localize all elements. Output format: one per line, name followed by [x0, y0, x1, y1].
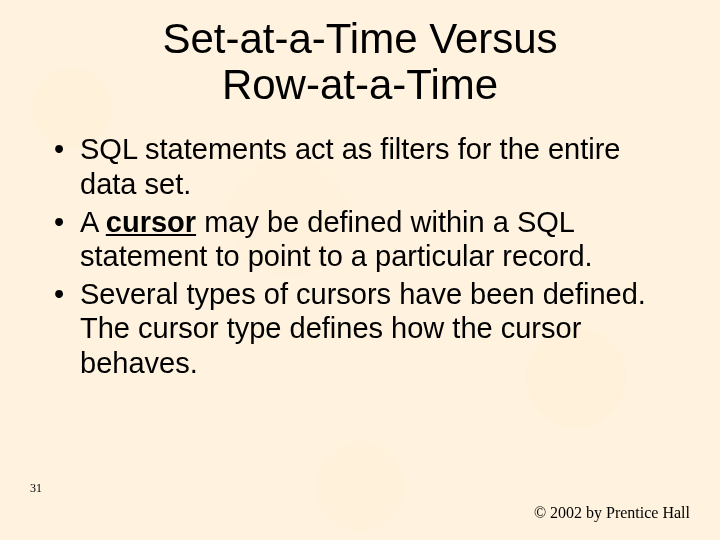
- title-line-2: Row-at-a-Time: [222, 61, 498, 108]
- bullet-text-pre: SQL statements act as filters for the en…: [80, 133, 621, 199]
- bullet-text-pre: A: [80, 206, 106, 238]
- bullet-emph: cursor: [106, 206, 196, 238]
- list-item: Several types of cursors have been defin…: [50, 277, 680, 380]
- slide-title: Set-at-a-Time Versus Row-at-a-Time: [40, 16, 680, 108]
- bullet-list: SQL statements act as filters for the en…: [40, 132, 680, 380]
- bullet-text-pre: Several types of cursors have been defin…: [80, 278, 646, 378]
- slide: Set-at-a-Time Versus Row-at-a-Time SQL s…: [0, 0, 720, 540]
- list-item: SQL statements act as filters for the en…: [50, 132, 680, 200]
- page-number: 31: [30, 481, 42, 496]
- list-item: A cursor may be defined within a SQL sta…: [50, 205, 680, 273]
- copyright-text: © 2002 by Prentice Hall: [534, 504, 690, 522]
- title-line-1: Set-at-a-Time Versus: [162, 15, 557, 62]
